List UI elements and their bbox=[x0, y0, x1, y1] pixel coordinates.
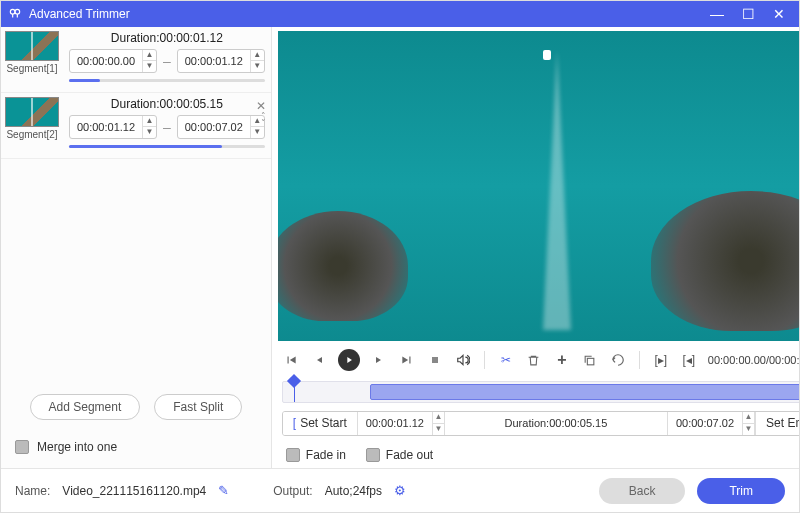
stop-icon[interactable] bbox=[426, 351, 444, 369]
fade-options: Fade in Fade out bbox=[278, 442, 799, 468]
prev-frame-icon[interactable] bbox=[310, 351, 328, 369]
spin-up-icon[interactable]: ▲ bbox=[433, 412, 444, 424]
segment-actions: Add Segment Fast Split bbox=[1, 382, 271, 432]
play-button[interactable] bbox=[338, 349, 360, 371]
segment-item[interactable]: Segment[1] Duration:00:00:01.12 00:00:00… bbox=[1, 27, 271, 93]
time-display: 00:00:00.00/00:00:07.02 bbox=[708, 354, 799, 366]
preview-panel: ✂ + [▸] [◂] 00:00:00.00/00:00:07.02 [Set… bbox=[272, 27, 799, 468]
merge-checkbox[interactable] bbox=[15, 440, 29, 454]
end-time-value[interactable]: 00:00:07.02 bbox=[668, 412, 743, 435]
fade-out-option[interactable]: Fade out bbox=[366, 448, 433, 462]
timeline[interactable] bbox=[282, 381, 799, 402]
title-bar: Advanced Trimmer — ☐ ✕ bbox=[1, 1, 799, 27]
name-label: Name: bbox=[15, 484, 50, 498]
set-end-button[interactable]: Set End] bbox=[755, 412, 799, 435]
merge-label: Merge into one bbox=[37, 440, 117, 454]
svg-point-0 bbox=[10, 9, 15, 14]
segment-thumbnail[interactable] bbox=[5, 97, 59, 127]
go-end-icon[interactable] bbox=[398, 351, 416, 369]
segment-duration: Duration:00:00:01.12 bbox=[69, 31, 265, 45]
spin-up-icon[interactable]: ▲ bbox=[143, 50, 156, 61]
output-label: Output: bbox=[273, 484, 312, 498]
segment-end-input[interactable]: 00:00:01.12 ▲▼ bbox=[177, 49, 265, 73]
go-start-icon[interactable] bbox=[282, 351, 300, 369]
range-separator: – bbox=[163, 53, 171, 69]
spin-down-icon[interactable]: ▼ bbox=[143, 61, 156, 72]
volume-icon[interactable] bbox=[454, 351, 472, 369]
next-frame-icon[interactable] bbox=[370, 351, 388, 369]
delete-icon[interactable] bbox=[525, 351, 543, 369]
spin-down-icon[interactable]: ▼ bbox=[743, 424, 754, 435]
segment-duration: Duration:00:00:05.15 bbox=[69, 97, 265, 111]
spin-down-icon[interactable]: ▼ bbox=[143, 127, 156, 138]
cut-icon[interactable]: ✂ bbox=[497, 351, 515, 369]
segment-progress bbox=[69, 79, 265, 82]
range-separator: – bbox=[163, 119, 171, 135]
spin-up-icon[interactable]: ▲ bbox=[251, 50, 264, 61]
segment-label: Segment[1] bbox=[6, 63, 57, 74]
segment-start-input[interactable]: 00:00:00.00 ▲▼ bbox=[69, 49, 157, 73]
mark-in-icon[interactable]: [▸] bbox=[652, 351, 670, 369]
segments-panel: Segment[1] Duration:00:00:01.12 00:00:00… bbox=[1, 27, 272, 468]
name-value: Video_221115161120.mp4 bbox=[62, 484, 206, 498]
segments-list: Segment[1] Duration:00:00:01.12 00:00:00… bbox=[1, 27, 271, 382]
bottom-bar: Name: Video_221115161120.mp4 ✎ Output: A… bbox=[1, 468, 799, 512]
fade-in-option[interactable]: Fade in bbox=[286, 448, 346, 462]
playback-controls: ✂ + [▸] [◂] 00:00:00.00/00:00:07.02 bbox=[278, 341, 799, 379]
mark-out-icon[interactable]: [◂] bbox=[680, 351, 698, 369]
add-segment-button[interactable]: Add Segment bbox=[30, 394, 141, 420]
output-value: Auto;24fps bbox=[325, 484, 382, 498]
trim-duration: Duration:00:00:05.15 bbox=[445, 412, 668, 435]
timeline-selection[interactable] bbox=[370, 384, 799, 399]
minimize-button[interactable]: — bbox=[710, 7, 724, 21]
fast-split-button[interactable]: Fast Split bbox=[154, 394, 242, 420]
merge-option[interactable]: Merge into one bbox=[1, 432, 271, 468]
segment-label: Segment[2] bbox=[6, 129, 57, 140]
trim-button[interactable]: Trim bbox=[697, 478, 785, 504]
set-start-button[interactable]: [Set Start bbox=[283, 412, 358, 435]
fade-in-checkbox[interactable] bbox=[286, 448, 300, 462]
maximize-button[interactable]: ☐ bbox=[742, 7, 755, 21]
spin-down-icon[interactable]: ▼ bbox=[251, 127, 264, 138]
segment-item[interactable]: Segment[2] Duration:00:00:05.15 00:00:01… bbox=[1, 93, 271, 159]
add-icon[interactable]: + bbox=[553, 351, 571, 369]
spin-up-icon[interactable]: ▲ bbox=[743, 412, 754, 424]
spin-down-icon[interactable]: ▼ bbox=[251, 61, 264, 72]
output-settings-icon[interactable]: ⚙ bbox=[394, 483, 406, 498]
segment-start-input[interactable]: 00:00:01.12 ▲▼ bbox=[69, 115, 157, 139]
back-button[interactable]: Back bbox=[599, 478, 686, 504]
fade-out-checkbox[interactable] bbox=[366, 448, 380, 462]
undo-icon[interactable] bbox=[609, 351, 627, 369]
svg-point-1 bbox=[15, 9, 20, 14]
app-logo-icon bbox=[7, 6, 23, 22]
app-title: Advanced Trimmer bbox=[29, 7, 710, 21]
svg-rect-2 bbox=[432, 357, 438, 363]
start-time-value[interactable]: 00:00:01.12 bbox=[358, 412, 433, 435]
spin-up-icon[interactable]: ▲ bbox=[143, 116, 156, 127]
segment-end-input[interactable]: 00:00:07.02 ▲▼ bbox=[177, 115, 265, 139]
spin-down-icon[interactable]: ▼ bbox=[433, 424, 444, 435]
trim-range-row: [Set Start 00:00:01.12 ▲▼ Duration:00:00… bbox=[282, 411, 799, 436]
segment-thumbnail[interactable] bbox=[5, 31, 59, 61]
segment-progress bbox=[69, 145, 265, 148]
copy-icon[interactable] bbox=[581, 351, 599, 369]
reorder-segment-icon[interactable]: ˄˅ bbox=[261, 113, 266, 127]
close-button[interactable]: ✕ bbox=[773, 7, 785, 21]
edit-name-icon[interactable]: ✎ bbox=[218, 483, 229, 498]
svg-rect-3 bbox=[588, 358, 595, 365]
window-controls: — ☐ ✕ bbox=[710, 7, 785, 21]
video-preview[interactable] bbox=[278, 31, 799, 341]
